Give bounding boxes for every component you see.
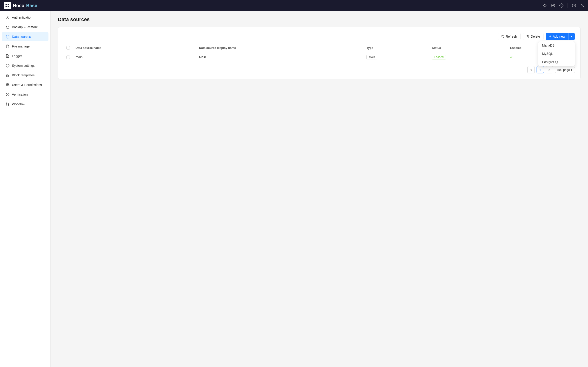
- toolbar: Refresh Delete + Add new ▾ Ma: [64, 33, 575, 40]
- row-type: Main: [363, 52, 429, 62]
- svg-point-7: [582, 4, 583, 5]
- svg-rect-15: [8, 75, 9, 77]
- row-name: main: [73, 52, 196, 62]
- svg-rect-2: [6, 6, 7, 7]
- sidebar: Authentication Backup & Restore Data sou…: [0, 11, 51, 367]
- sidebar-label-block-templates: Block templates: [12, 73, 35, 77]
- svg-rect-16: [6, 75, 7, 77]
- sidebar-item-system-settings[interactable]: System settings: [2, 61, 48, 70]
- plus-icon: +: [549, 35, 551, 38]
- sidebar-item-users-permissions[interactable]: Users & Permissions: [2, 80, 48, 90]
- add-new-label: Add new: [553, 35, 565, 38]
- app-logo[interactable]: NocoBase: [4, 2, 37, 9]
- backup-icon: [6, 25, 10, 29]
- delete-label: Delete: [531, 35, 540, 38]
- page-title: Data sources: [58, 17, 581, 23]
- users-icon: [6, 83, 10, 87]
- sidebar-label-data-sources: Data sources: [12, 35, 31, 39]
- type-badge: Main: [366, 55, 377, 59]
- add-new-dropdown-menu: MariaDB MySQL PostgreSQL: [538, 41, 575, 66]
- svg-rect-1: [8, 4, 9, 5]
- verify-icon: [6, 93, 10, 96]
- sidebar-label-logger: Logger: [12, 54, 22, 58]
- sidebar-item-backup-restore[interactable]: Backup & Restore: [2, 23, 48, 32]
- per-page-chevron-icon: ▾: [571, 68, 572, 72]
- svg-rect-3: [8, 6, 9, 7]
- svg-rect-13: [6, 74, 7, 75]
- row-checkbox[interactable]: [66, 56, 70, 59]
- pagination: < 1 > 50 / page ▾: [64, 66, 575, 73]
- settings-icon: [6, 64, 10, 67]
- page-1-button[interactable]: 1: [536, 66, 544, 73]
- refresh-label: Refresh: [506, 35, 517, 38]
- sidebar-label-authentication: Authentication: [12, 16, 32, 19]
- sidebar-item-authentication[interactable]: Authentication: [2, 13, 48, 22]
- table-row: main Main Main Loaded ✓: [64, 52, 575, 62]
- rocket-icon[interactable]: [551, 3, 555, 8]
- svg-point-20: [6, 103, 7, 104]
- prev-page-button[interactable]: <: [527, 66, 535, 73]
- data-sources-card: Refresh Delete + Add new ▾ Ma: [58, 27, 581, 79]
- add-new-split-button: + Add new ▾ MariaDB MySQL PostgreSQL: [546, 33, 575, 40]
- per-page-label: 50 / page: [557, 68, 570, 72]
- sidebar-label-users-permissions: Users & Permissions: [12, 83, 42, 87]
- svg-point-17: [6, 83, 8, 85]
- block-icon: [6, 73, 10, 77]
- user-icon[interactable]: [580, 3, 584, 8]
- sidebar-label-system-settings: System settings: [12, 64, 35, 67]
- datasource-icon: [6, 35, 10, 39]
- col-header-display-name: Data source display name: [196, 44, 364, 52]
- per-page-selector[interactable]: 50 / page ▾: [555, 67, 575, 73]
- brand-name-part2: Base: [26, 3, 37, 8]
- navbar-divider: [568, 3, 568, 8]
- svg-point-9: [6, 35, 9, 36]
- select-all-checkbox[interactable]: [66, 46, 70, 50]
- sidebar-item-logger[interactable]: Logger: [2, 51, 48, 60]
- svg-point-19: [8, 105, 9, 106]
- refresh-button[interactable]: Refresh: [498, 33, 520, 40]
- dropdown-item-mysql[interactable]: MySQL: [538, 50, 575, 58]
- enabled-check-icon: ✓: [510, 55, 513, 59]
- help-icon[interactable]: [572, 3, 576, 8]
- navbar-actions: [543, 3, 584, 8]
- gear-icon[interactable]: [559, 3, 563, 8]
- brand-name-part1: Noco: [13, 3, 24, 8]
- col-header-type: Type: [363, 44, 429, 52]
- sidebar-label-verification: Verification: [12, 93, 27, 96]
- add-new-button[interactable]: + Add new: [546, 33, 569, 40]
- logger-icon: [6, 54, 10, 58]
- svg-point-4: [561, 5, 562, 6]
- next-page-button[interactable]: >: [546, 66, 553, 73]
- sidebar-item-block-templates[interactable]: Block templates: [2, 71, 48, 80]
- row-display-name: Main: [196, 52, 364, 62]
- logo-icon: [4, 2, 11, 9]
- refresh-icon: [501, 35, 504, 38]
- navbar: NocoBase: [0, 0, 588, 11]
- delete-button[interactable]: Delete: [523, 33, 544, 40]
- sidebar-item-workflow[interactable]: Workflow: [2, 100, 48, 109]
- chevron-down-icon: ▾: [571, 35, 572, 38]
- status-badge: Loaded: [432, 55, 446, 59]
- svg-rect-14: [8, 74, 9, 75]
- data-sources-table: Data source name Data source display nam…: [64, 44, 575, 62]
- col-header-name: Data source name: [73, 44, 196, 52]
- delete-icon: [526, 35, 529, 38]
- add-new-dropdown-button[interactable]: ▾: [569, 33, 575, 40]
- svg-point-8: [7, 16, 8, 17]
- sidebar-item-file-manager[interactable]: File manager: [2, 42, 48, 51]
- sidebar-label-workflow: Workflow: [12, 102, 25, 106]
- svg-point-12: [7, 65, 8, 66]
- dropdown-item-mariadb[interactable]: MariaDB: [538, 41, 575, 50]
- app-layout: Authentication Backup & Restore Data sou…: [0, 11, 588, 367]
- main-content: Data sources Refresh Delete + Add new: [51, 11, 588, 367]
- sidebar-label-backup-restore: Backup & Restore: [12, 25, 38, 29]
- sidebar-item-verification[interactable]: Verification: [2, 90, 48, 99]
- file-icon: [6, 44, 10, 48]
- workflow-icon: [6, 102, 10, 106]
- dropdown-item-postgresql[interactable]: PostgreSQL: [538, 58, 575, 66]
- col-header-status: Status: [429, 44, 507, 52]
- pin-icon[interactable]: [543, 3, 547, 8]
- auth-icon: [6, 16, 10, 19]
- sidebar-item-data-sources[interactable]: Data sources: [2, 32, 48, 41]
- svg-rect-0: [6, 4, 7, 5]
